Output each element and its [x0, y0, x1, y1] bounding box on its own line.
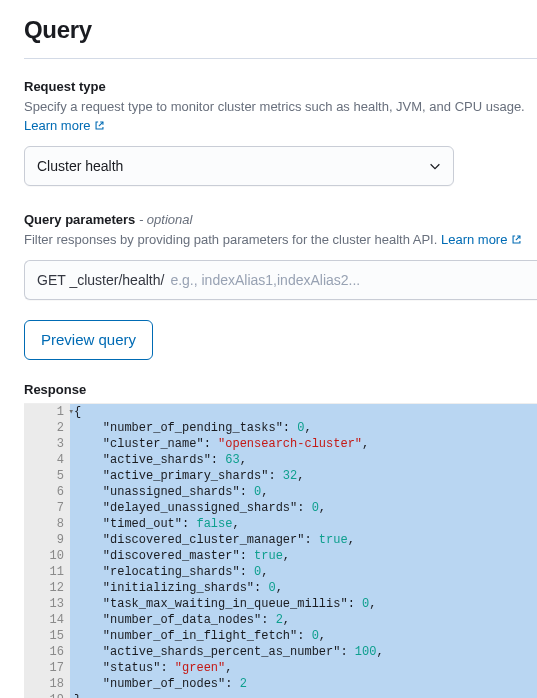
response-label: Response — [24, 382, 537, 397]
request-type-selected-value: Cluster health — [37, 158, 123, 174]
response-viewer: 12345678910111213141516171819 { "number_… — [24, 403, 537, 698]
external-link-icon — [511, 234, 522, 245]
code-gutter: 12345678910111213141516171819 — [24, 404, 70, 698]
divider — [24, 58, 537, 59]
query-params-label: Query parameters - optional — [24, 212, 537, 227]
request-type-help-text: Specify a request type to monitor cluste… — [24, 99, 525, 114]
query-params-optional: - optional — [139, 212, 192, 227]
request-type-label: Request type — [24, 79, 537, 94]
request-type-select[interactable]: Cluster health — [24, 146, 454, 186]
code-body[interactable]: { "number_of_pending_tasks": 0, "cluster… — [70, 404, 537, 698]
request-type-learn-more-link[interactable]: Learn more — [24, 118, 105, 133]
preview-query-button[interactable]: Preview query — [24, 320, 153, 360]
page-title: Query — [24, 16, 537, 44]
query-params-input[interactable] — [170, 261, 537, 299]
query-params-help-text: Filter responses by providing path param… — [24, 232, 437, 247]
external-link-icon — [94, 120, 105, 131]
learn-more-text: Learn more — [24, 118, 90, 133]
query-params-input-group: GET _cluster/health/ — [24, 260, 537, 300]
request-type-help: Specify a request type to monitor cluste… — [24, 98, 537, 136]
learn-more-text: Learn more — [441, 232, 507, 247]
query-params-learn-more-link[interactable]: Learn more — [441, 232, 522, 247]
query-params-help: Filter responses by providing path param… — [24, 231, 537, 250]
query-params-prefix: GET _cluster/health/ — [25, 261, 170, 299]
query-params-label-text: Query parameters — [24, 212, 135, 227]
